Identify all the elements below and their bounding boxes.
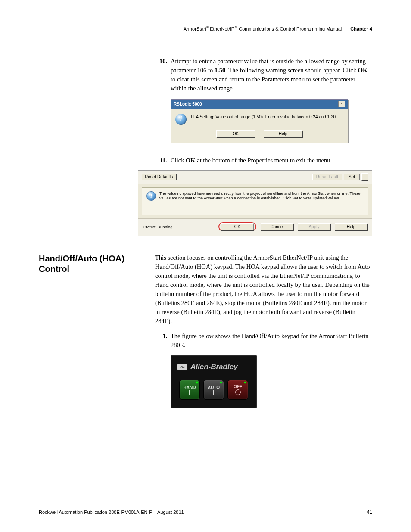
dialog-message: FLA Setting: Value out of range (1.50). … — [191, 114, 337, 119]
step-1-text: The figure below shows the Hand/Off/Auto… — [171, 332, 372, 350]
page-footer: Rockwell Automation Publication 280E-PM0… — [39, 510, 372, 515]
off-button[interactable]: OFF — [227, 380, 248, 400]
status-label: Status: Running — [143, 224, 173, 229]
info-text: The values displayed here are read direc… — [159, 191, 364, 201]
hdr-product-prefix: ArmorStart — [184, 26, 206, 31]
step-11-num: 11. — [155, 156, 167, 165]
help-button[interactable]: Help — [335, 223, 367, 230]
dialog-titlebar: RSLogix 5000 × — [171, 100, 348, 109]
led-icon — [220, 382, 222, 383]
step-10-text: Attempt to enter a parameter value that … — [171, 57, 372, 93]
dialog-title: RSLogix 5000 — [174, 102, 202, 106]
page-header: ArmorStart® EtherNet/IP™ Communications … — [39, 26, 372, 35]
section-heading: Hand/Off/Auto (HOA) Control — [39, 253, 142, 408]
led-icon — [244, 382, 246, 383]
publication-info: Rockwell Automation Publication 280E-PM0… — [39, 510, 184, 515]
ab-logo-icon: AB — [177, 364, 187, 370]
auto-button[interactable]: AUTO — [203, 380, 224, 400]
properties-panel: Reset Defaults Reset Fault Set ← i The v… — [138, 170, 372, 236]
ok-button[interactable]: OK — [216, 130, 255, 137]
step-11-text: Click OK at the bottom of the Properties… — [171, 156, 372, 165]
help-button[interactable]: Help — [264, 130, 302, 137]
warning-dialog: RSLogix 5000 × i FLA Setting: Value out … — [171, 99, 348, 143]
step-1: 1. The figure below shows the Hand/Off/A… — [155, 332, 372, 350]
hdr-chapter: Chapter 4 — [350, 26, 372, 31]
step-10-num: 10. — [155, 57, 167, 93]
ok-highlight-annotation: OK — [218, 222, 256, 231]
hoa-keypad-figure: AB Allen-Bradley HAND AUTO — [171, 355, 257, 408]
info-icon: i — [175, 114, 187, 125]
hand-button[interactable]: HAND — [179, 380, 200, 400]
cancel-button[interactable]: Cancel — [261, 223, 293, 230]
hand-bar-icon — [189, 390, 190, 395]
ok-button[interactable]: OK — [221, 223, 254, 230]
apply-button: Apply — [298, 223, 330, 230]
page-number: 41 — [367, 510, 372, 515]
led-icon — [196, 382, 198, 383]
step-1-num: 1. — [155, 332, 167, 350]
step-10: 10. Attempt to enter a parameter value t… — [155, 57, 372, 93]
step-11: 11. Click OK at the bottom of the Proper… — [155, 156, 372, 165]
hdr-product-suffix: Communications & Control Programming Man… — [237, 26, 342, 31]
reset-fault-button: Reset Fault — [312, 174, 342, 180]
section-paragraph: This section focuses on controlling the … — [155, 253, 372, 326]
back-arrow-icon[interactable]: ← — [361, 173, 368, 181]
hdr-product-mid: EtherNet/IP — [209, 26, 234, 31]
off-ring-icon — [235, 389, 241, 395]
auto-bar-icon — [213, 390, 214, 395]
close-icon[interactable]: × — [338, 101, 345, 107]
set-button[interactable]: Set — [344, 174, 360, 180]
info-box: i The values displayed here are read dir… — [142, 187, 368, 215]
info-icon: i — [146, 191, 156, 201]
brand-text: Allen-Bradley — [190, 363, 238, 371]
reset-defaults-button[interactable]: Reset Defaults — [142, 174, 176, 180]
